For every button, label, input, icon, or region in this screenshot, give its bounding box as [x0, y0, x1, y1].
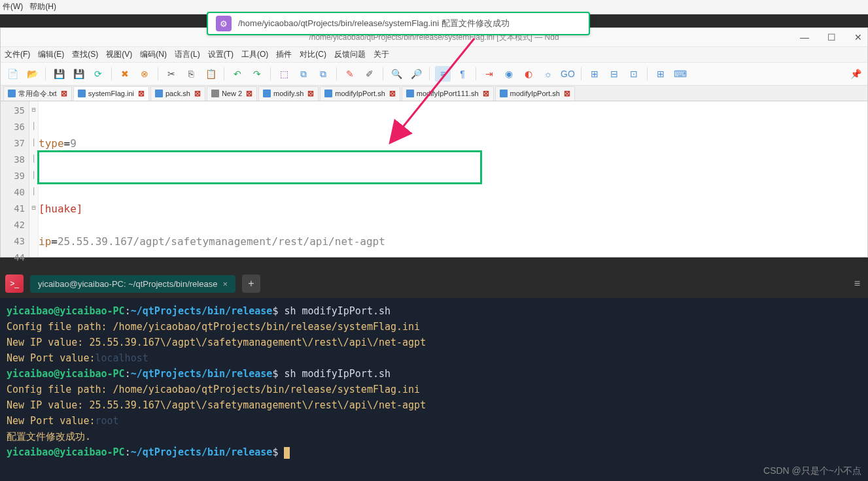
- menu-help[interactable]: 帮助(H): [29, 1, 56, 12]
- menu-edit[interactable]: 编辑(E): [38, 49, 64, 60]
- menu-compare[interactable]: 对比(C): [300, 49, 326, 60]
- close-icon[interactable]: ×: [222, 279, 228, 289]
- menu-file[interactable]: 文件(F): [5, 49, 30, 60]
- eraser-icon[interactable]: ✐: [362, 66, 377, 82]
- tab-modifyipport2[interactable]: modifyIpPort.sh⊠: [495, 86, 575, 101]
- tab-commands[interactable]: 常用命令.txt⊠: [3, 86, 72, 101]
- marker-icon[interactable]: ✎: [342, 66, 358, 82]
- redo-icon[interactable]: ↷: [249, 66, 265, 82]
- menu-language[interactable]: 语言(L): [175, 49, 200, 60]
- terminal-header: >_ yicaibao@yicaibao-PC: ~/qtProjects/bi…: [0, 269, 868, 298]
- close-icon[interactable]: ⊠: [246, 89, 252, 98]
- folder-compare-icon[interactable]: ⧉: [315, 66, 331, 82]
- indent-icon[interactable]: ⇥: [481, 66, 497, 82]
- fold-column[interactable]: ⊟│││││ ⊟: [29, 101, 39, 257]
- close-icon[interactable]: ⊠: [307, 89, 314, 98]
- menu-plugin[interactable]: 插件: [276, 49, 292, 60]
- layout1-icon[interactable]: ⊞: [587, 66, 602, 82]
- whitespace-icon[interactable]: ¶: [455, 66, 470, 82]
- open-folder-icon[interactable]: 📂: [24, 66, 40, 82]
- hamburger-icon[interactable]: ≡: [854, 278, 860, 290]
- copy-icon[interactable]: ⎘: [183, 66, 199, 82]
- notification-text: /home/yicaobao/qtProjects/bin/release/sy…: [238, 18, 510, 29]
- terminal-app-icon: >_: [5, 274, 24, 293]
- close-icon[interactable]: ⊠: [483, 89, 489, 98]
- undo-icon[interactable]: ↶: [230, 66, 245, 82]
- notification-toast: ⚙ /home/yicaobao/qtProjects/bin/release/…: [207, 12, 590, 35]
- close-icon[interactable]: ⊠: [194, 89, 201, 98]
- tab-modifyipport[interactable]: modifyIpPort.sh⊠: [320, 86, 400, 101]
- tab-pack[interactable]: pack.sh⊠: [150, 86, 205, 101]
- editor-menubar: 文件(F) 编辑(E) 查找(S) 视图(V) 编码(N) 语言(L) 设置(T…: [1, 46, 867, 62]
- cut-icon[interactable]: ✂: [164, 66, 179, 82]
- close-icon[interactable]: ⊠: [61, 89, 67, 98]
- pin-icon[interactable]: 📌: [848, 66, 863, 82]
- binary-icon[interactable]: ⬚: [276, 66, 292, 82]
- close-icon[interactable]: ⊠: [138, 89, 145, 98]
- line-gutter: 35363738394041424344: [1, 101, 29, 257]
- menu-feedback[interactable]: 反馈问题: [334, 49, 366, 60]
- terminal-body[interactable]: yicaibao@yicaibao-PC:~/qtProjects/bin/re…: [0, 298, 868, 465]
- split-icon[interactable]: ⊞: [653, 66, 668, 82]
- layout3-icon[interactable]: ⊡: [626, 66, 642, 82]
- terminal-icon[interactable]: ⌨: [672, 66, 688, 82]
- editor-tabs: 常用命令.txt⊠ systemFlag.ini⊠ pack.sh⊠ New 2…: [1, 86, 867, 101]
- tab-new2[interactable]: New 2⊠: [207, 86, 257, 101]
- code-content[interactable]: type=9 [huake] ip=25.55.39.167/agpt/safe…: [39, 101, 867, 257]
- zoom-in-icon[interactable]: 🔍: [389, 66, 404, 82]
- terminal-cursor: [284, 447, 290, 459]
- menu-view[interactable]: 视图(V): [106, 49, 132, 60]
- paste-icon[interactable]: 📋: [203, 66, 218, 82]
- menu-find[interactable]: 查找(S): [72, 49, 98, 60]
- editor-window: /home/yicaobao/qtProjects/bin/release/sy…: [0, 27, 868, 257]
- close-icon[interactable]: ⊠: [564, 89, 570, 98]
- close-icon[interactable]: ⊠: [389, 89, 396, 98]
- layout2-icon[interactable]: ⊟: [606, 66, 622, 82]
- tab-systemflag[interactable]: systemFlag.ini⊠: [73, 86, 149, 101]
- zoom-out-icon[interactable]: 🔎: [408, 66, 424, 82]
- reload-icon[interactable]: ⟳: [90, 66, 106, 82]
- menu-tools[interactable]: 工具(O): [241, 49, 268, 60]
- gear-icon: ⚙: [216, 16, 232, 31]
- close-all-icon[interactable]: ⊗: [137, 66, 152, 82]
- menu-about[interactable]: 关于: [373, 49, 389, 60]
- new-tab-button[interactable]: +: [242, 274, 260, 293]
- code-editor[interactable]: 35363738394041424344 ⊟│││││ ⊟ type=9 [hu…: [1, 101, 867, 257]
- minimize-button[interactable]: —: [800, 32, 809, 42]
- menu-settings[interactable]: 设置(T): [208, 49, 234, 60]
- color-icon[interactable]: ◐: [521, 66, 536, 82]
- tab-modify[interactable]: modify.sh⊠: [258, 86, 319, 101]
- close-icon[interactable]: ✖: [117, 66, 133, 82]
- save-icon[interactable]: 💾: [51, 66, 67, 82]
- close-button[interactable]: ✕: [854, 32, 862, 42]
- wrap-icon[interactable]: ≡: [435, 66, 451, 82]
- new-file-icon[interactable]: 📄: [5, 66, 20, 82]
- watermark: CSDN @只是个~小不点: [763, 465, 861, 477]
- maximize-button[interactable]: ☐: [827, 32, 836, 42]
- terminal-tab[interactable]: yicaibao@yicaibao-PC: ~/qtProjects/bin/r…: [30, 275, 235, 293]
- go-icon[interactable]: GO: [560, 66, 576, 82]
- terminal-window: >_ yicaibao@yicaibao-PC: ~/qtProjects/bi…: [0, 269, 868, 481]
- record-icon[interactable]: ◉: [501, 66, 517, 82]
- compare-icon[interactable]: ⧉: [296, 66, 311, 82]
- save-all-icon[interactable]: 💾: [71, 66, 86, 82]
- theme-icon[interactable]: ☼: [540, 66, 556, 82]
- tab-modifyipport111[interactable]: modifyIpPort111.sh⊠: [402, 86, 494, 101]
- editor-toolbar: 📄 📂 💾 💾 ⟳ ✖ ⊗ ✂ ⎘ 📋 ↶ ↷ ⬚ ⧉ ⧉ ✎ ✐ 🔍 🔎 ≡ …: [1, 62, 867, 86]
- menu-file[interactable]: 件(W): [3, 1, 23, 12]
- menu-encoding[interactable]: 编码(N): [140, 49, 167, 60]
